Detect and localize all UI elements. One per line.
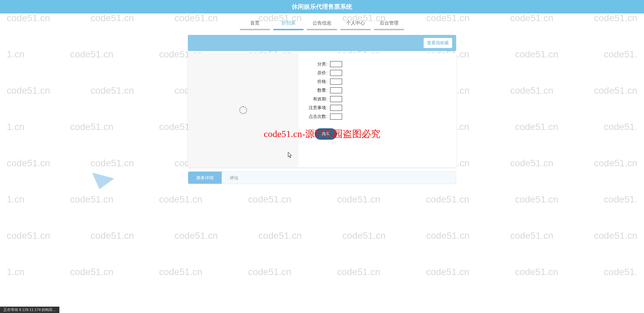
nav-announcements[interactable]: 公告信息: [307, 18, 337, 30]
field-category: 分类:: [307, 61, 384, 67]
card-header: 查看我收藏: [188, 35, 456, 51]
loading-spinner-icon: [239, 106, 247, 114]
app-header: 休闲娱乐代理售票系统: [0, 0, 644, 13]
ticket-fields-panel: 分类: 原价: 价格: 数量: 有效期:: [299, 53, 456, 167]
tab-comments[interactable]: 评论: [222, 172, 247, 184]
triangle-decoration-icon: [89, 173, 114, 192]
view-favorites-button[interactable]: 查看我收藏: [424, 38, 452, 48]
field-price: 价格:: [307, 79, 384, 85]
app-title: 休闲娱乐代理售票系统: [292, 3, 352, 10]
nav-discount-tickets[interactable]: 折扣票: [273, 18, 304, 30]
ticket-detail-panel: 分类: 原价: 价格: 数量: 有效期:: [188, 53, 456, 167]
detail-tabs: 票务详情 评论: [188, 171, 456, 184]
nav-admin[interactable]: 后台管理: [374, 18, 404, 30]
field-notes: 注意事项:: [307, 105, 384, 111]
ticket-image-panel: [188, 53, 299, 167]
field-clicks: 点击次数:: [307, 114, 384, 120]
field-quantity: 数量:: [307, 87, 384, 93]
field-expiry: 有效期:: [307, 96, 384, 102]
browser-status-bar: 正在等待 8.129.11.174 的响应...: [0, 307, 59, 313]
main-nav: 首页 折扣票 公告信息 个人中心 后台管理: [0, 18, 644, 30]
field-original-price: 原价:: [307, 70, 384, 76]
main-container: 查看我收藏 分类: 原价: 价格: 数量:: [188, 35, 456, 184]
buy-button[interactable]: 购买: [315, 128, 337, 140]
nav-home[interactable]: 首页: [240, 18, 270, 30]
tab-ticket-detail[interactable]: 票务详情: [188, 172, 222, 184]
nav-profile[interactable]: 个人中心: [340, 18, 371, 30]
